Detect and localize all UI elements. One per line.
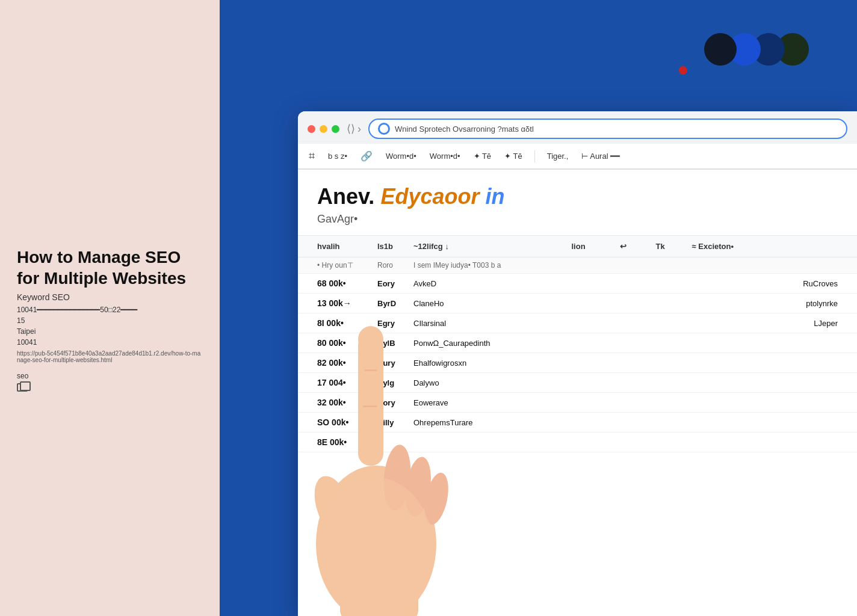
toolbar-augpr[interactable]: Worm•d• [428,149,462,163]
copy-icon [17,383,28,392]
tl-red[interactable] [308,125,315,133]
deco-circles [704,33,809,66]
table-row: 80 00k• BylB PonwΩ_Caurapedinth [298,333,857,353]
content-header: Anev. Edycaoor in GavAgr• [298,170,857,226]
toolbar-bsz[interactable]: b s z• [327,149,348,163]
row-0-desc: RuCroves [803,279,838,288]
address-bar[interactable]: Wnind Sprotech Ovsarroning ?mats αδtl [368,119,847,139]
browser-content: Anev. Edycaoor in GavAgr• hvalih ls1b ~1… [298,170,857,614]
meta-2: Taipei [17,326,203,337]
table-row: 17 004• Rylg Dalywo [298,373,857,393]
row-5-vol: 17 004• [317,378,365,387]
row-4-kd: Bury [377,359,401,368]
toolbar-wormd[interactable]: Worm•d• [385,149,418,163]
table-subheader: • Hry oun⊤ Roro I sem IMey iudya• T003 b… [298,257,857,274]
row-3-kd: BylB [377,339,401,348]
row-3-vol: 80 00k• [317,338,365,348]
row-5-kd: Rylg [377,378,401,387]
browser-chrome: ⟨⟩ › Wnind Sprotech Ovsarroning ?mats αδ… [298,111,857,170]
row-1-intent: ClaneHo [413,299,794,308]
browser-circle-icon [378,123,390,135]
deco-circle-1 [704,33,737,66]
row-0-intent: AvkeD [413,279,791,288]
th-exc[interactable]: ≈ Excieton• [692,242,838,251]
row-8-vol: 8E 00k• [317,437,365,447]
tl-green[interactable] [332,125,339,133]
right-panel: ⟨⟩ › Wnind Sprotech Ovsarroning ?mats αδ… [220,0,857,616]
toolbar-nloirs[interactable]: Tiger., [546,149,570,163]
tl-yellow[interactable] [320,125,327,133]
toolbar-divider [534,150,535,162]
table-row: 13 00k→ ByrD ClaneHo ptolynrke [298,294,857,313]
th-arrow[interactable]: ↩ [620,242,644,251]
row-6-kd: Bory [377,398,401,407]
row-4-intent: Ehalfowigrosxn [413,359,838,368]
content-subtitle: GavAgr• [317,213,838,226]
row-2-vol: 8I 00k• [317,318,365,328]
th-ls1b[interactable]: ls1b [377,242,401,251]
th-hvalih[interactable]: hvalih [317,242,365,251]
browser-title-bar: ⟨⟩ › Wnind Sprotech Ovsarroning ?mats αδ… [298,111,857,144]
row-6-vol: 32 00k• [317,398,365,407]
browser-window: ⟨⟩ › Wnind Sprotech Ovsarroning ?mats αδ… [298,111,857,616]
row-3-intent: PonwΩ_Caurapedinth [413,339,838,348]
meta-1: 15 [17,315,203,326]
toolbar-cmd[interactable]: ⌗ [308,147,316,165]
table-row: SO 00k• Nilly OhrepemsTurare [298,413,857,433]
row-0-kd: Eory [377,279,401,288]
row-1-vol: 13 00k→ [317,298,365,308]
row-0-vol: 68 00k• [317,279,365,288]
row-7-kd: Nilly [377,418,401,427]
deco-red-dot [679,66,687,75]
page-title: How to Manage SEO for Multiple Websites [17,247,203,289]
row-2-intent: CIlarsinal [413,319,802,328]
row-5-intent: Dalywo [413,378,838,387]
table-row: 68 00k• Eory AvkeD RuCroves [298,274,857,294]
row-7-vol: SO 00k• [317,417,365,427]
sub-col2: Roro [377,261,401,270]
content-title: Anev. Edycaoor in [317,184,838,209]
th-lion[interactable]: lion [572,242,608,251]
th-12lifcg[interactable]: ~12lifcg ↓ [413,242,560,251]
meta-3: 10041 [17,337,203,348]
row-1-kd: ByrD [377,299,401,308]
table-row: 32 00k• Bory Eowerave [298,393,857,413]
address-bar-text: Wnind Sprotech Ovsarroning ?mats αδtl [395,125,534,134]
traffic-lights [308,125,339,133]
th-tk[interactable]: Tk [656,242,680,251]
browser-toolbar: ⌗ b s z• 🔗 Worm•d• Worm•d• ✦ Tē ✦ Tē Tig… [298,144,857,169]
toolbar-link[interactable]: 🔗 [359,148,374,164]
left-panel: How to Manage SEO for Multiple Websites … [0,0,220,616]
content-title-main: Anev. Edycaoor in [317,184,504,209]
tag: seo [17,372,28,380]
content-title-in: in [485,184,504,209]
table-row: 8E 00k• [298,433,857,452]
toolbar-te[interactable]: ✦ Tē [472,149,493,163]
url-line: https://pub-5c454f571b8e40a3a2aad27ade84… [17,350,203,363]
meta-0: 10041━━━━━━━━━━━━━━━50□22━━━━ [17,304,203,315]
row-7-intent: OhrepemsTurare [413,418,838,427]
toolbar-tigenv[interactable]: ✦ Tē [503,149,524,163]
sub-col1: • Hry oun⊤ [317,261,365,270]
row-2-desc: LJeper [814,319,838,328]
back-icon[interactable]: ⟨⟩ [347,122,355,135]
nav-buttons: ⟨⟩ › [347,122,361,135]
table-row: 8I 00k• Egry CIlarsinal LJeper [298,313,857,333]
row-1-desc: ptolynrke [806,299,838,308]
sub-col3: I sem IMey iudya• T003 b a [413,261,501,270]
row-4-vol: 82 00k• [317,358,365,368]
forward-icon[interactable]: › [357,123,361,135]
subtitle: Keyword SEO [17,292,203,302]
toolbar-aural[interactable]: ⊢ Aural ━━ [580,149,621,163]
table-header-row: hvalih ls1b ~12lifcg ↓ lion ↩ Tk ≈ Excie… [298,235,857,257]
table-row: 82 00k• Bury Ehalfowigrosxn [298,353,857,373]
row-2-kd: Egry [377,319,401,328]
content-title-highlight: Edycaoor [380,184,479,209]
row-6-intent: Eowerave [413,398,838,407]
